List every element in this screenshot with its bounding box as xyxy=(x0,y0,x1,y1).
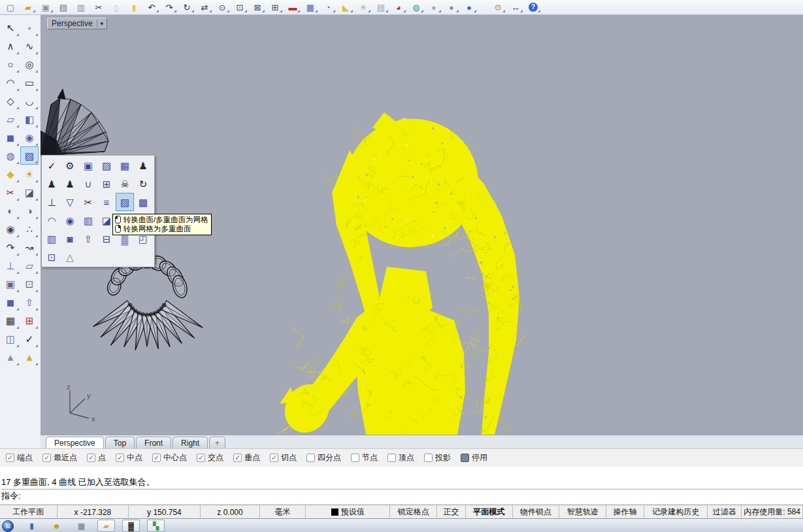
box-icon[interactable]: ◼ xyxy=(1,128,20,146)
checkbox-icon[interactable] xyxy=(387,454,396,462)
mesh-ribbon-icon[interactable]: ◠ xyxy=(42,211,61,229)
copy-object-icon[interactable]: ⊡ xyxy=(20,274,39,293)
rebuild-curve-icon[interactable]: ↝ xyxy=(20,238,39,256)
mesh-cubes-icon[interactable]: ⊡ xyxy=(42,248,61,266)
osnap-中心点[interactable]: ✓中心点 xyxy=(152,452,187,463)
help-icon[interactable]: ? xyxy=(525,1,541,13)
checkbox-icon[interactable]: ✓ xyxy=(270,454,278,462)
open-file-icon[interactable]: ▰ xyxy=(20,1,36,13)
mesh-trim-icon[interactable]: ✂ xyxy=(79,193,97,211)
app-calculator-taskbar-button[interactable]: ▦ xyxy=(73,520,90,532)
align-icon[interactable]: ▣ xyxy=(1,274,20,293)
rendered-sphere-icon[interactable]: ● xyxy=(444,1,459,13)
disable-box-icon[interactable] xyxy=(461,454,469,462)
mesh-tools-icon[interactable]: ▨ xyxy=(20,146,39,165)
cplane-icon[interactable]: ◣ xyxy=(338,1,353,13)
osnap-垂点[interactable]: ✓垂点 xyxy=(233,452,260,463)
render-preview-icon[interactable]: ▬ xyxy=(285,1,301,13)
status-15[interactable]: 内存使用量: 584 xyxy=(742,505,803,519)
status-7[interactable]: 锁定格点 xyxy=(390,505,437,519)
mesh-stack-icon[interactable]: ▥ xyxy=(42,229,61,248)
mesh-planes-icon[interactable]: ≡ xyxy=(97,193,116,211)
pan-view-icon[interactable]: ⇄ xyxy=(197,1,212,13)
scale-icon[interactable]: ▱ xyxy=(20,256,39,274)
mesh-drape-icon[interactable]: ▽ xyxy=(61,193,79,211)
status-1[interactable]: 工作平面 xyxy=(0,505,57,519)
surface-from-points-icon[interactable]: ▱ xyxy=(1,110,20,128)
mesh-split-icon[interactable]: ⇧ xyxy=(79,229,97,248)
osnap-投影[interactable]: 投影 xyxy=(424,452,451,463)
cut-icon[interactable]: ✂ xyxy=(91,1,107,13)
command-prompt[interactable]: 指令: xyxy=(1,490,803,503)
mesh-axes-icon[interactable]: ⊥ xyxy=(42,193,61,211)
protractor-icon[interactable]: ◔ xyxy=(320,1,336,13)
spheres-icon[interactable]: ◉ xyxy=(20,128,39,146)
block-insert-icon[interactable]: ⊞ xyxy=(20,311,39,329)
new-document-icon[interactable]: ▢ xyxy=(3,1,18,13)
explode-icon[interactable]: ☀ xyxy=(20,165,39,183)
point-balls-icon[interactable]: ◉ xyxy=(1,220,20,238)
rectangle-icon[interactable]: ▭ xyxy=(20,73,39,91)
checkbox-icon[interactable] xyxy=(424,454,433,462)
mesh-boxes-icon[interactable]: ▥ xyxy=(79,211,97,229)
pyramid-icon[interactable]: ▲ xyxy=(20,348,39,366)
app-qq-taskbar-button[interactable]: ☻ xyxy=(48,520,65,532)
person-tool-icon[interactable]: ♟ xyxy=(61,175,79,193)
osnap-中点[interactable]: ✓中点 xyxy=(116,452,142,463)
mesh-from-nurbs-icon[interactable]: ▨ xyxy=(116,193,134,211)
notes-icon[interactable]: ▤ xyxy=(373,1,389,13)
render-sphere-icon[interactable]: ◕ xyxy=(391,1,406,13)
app-explorer-taskbar-button[interactable]: ▰ xyxy=(97,520,115,532)
ellipse-icon[interactable]: ◎ xyxy=(20,55,39,73)
control-point-curve-icon[interactable]: ∿ xyxy=(20,37,39,55)
zoom-dynamic-icon[interactable]: ⊙ xyxy=(214,1,230,13)
blend-curve-icon[interactable]: ◡ xyxy=(20,91,39,110)
osnap-最近点[interactable]: ✓最近点 xyxy=(42,452,77,463)
point-cloud-icon[interactable]: ∴ xyxy=(20,220,39,238)
viewport-title-dropdown-icon[interactable]: ▼ xyxy=(99,21,105,27)
trim-icon[interactable]: ✂ xyxy=(1,183,20,201)
app-blue-taskbar-button[interactable]: ▮ xyxy=(23,520,41,532)
status-6[interactable]: 预设值 xyxy=(306,505,390,519)
curve-edit-icon[interactable]: ↷ xyxy=(1,238,20,256)
mesh-pour-icon[interactable]: ▨ xyxy=(97,156,116,175)
osnap-交点[interactable]: ✓交点 xyxy=(197,452,223,463)
tab-front[interactable]: Front xyxy=(136,437,171,449)
redo-icon[interactable]: ↷ xyxy=(161,1,177,13)
osnap-顶点[interactable]: 顶点 xyxy=(387,452,414,463)
status-12[interactable]: 操作轴 xyxy=(606,505,644,519)
checkbox-icon[interactable]: ✓ xyxy=(152,454,161,462)
osnap-四分点[interactable]: 四分点 xyxy=(306,452,341,463)
environment-sphere-icon[interactable]: ● xyxy=(461,1,477,13)
checkbox-icon[interactable]: ✓ xyxy=(87,454,95,462)
options-gear-icon[interactable]: ⚙ xyxy=(490,1,506,13)
checkbox-icon[interactable]: ✓ xyxy=(6,454,14,462)
add-viewport-tab[interactable]: + xyxy=(209,437,225,449)
mesh-hole-icon[interactable]: ◙ xyxy=(61,229,79,248)
zoom-extents-icon[interactable]: ⊠ xyxy=(250,1,265,13)
status-3[interactable]: y 150.754 xyxy=(129,505,201,519)
save-icon[interactable]: ▣ xyxy=(38,1,54,13)
puzzle-icon[interactable]: ◆ xyxy=(1,165,20,183)
boolean-difference-icon[interactable]: ◑ xyxy=(20,201,39,220)
boolean-shapes-icon[interactable]: ▲ xyxy=(1,348,20,366)
checkbox-icon[interactable] xyxy=(306,454,315,462)
palette-check-icon[interactable]: ✓ xyxy=(42,156,61,175)
paste-icon[interactable]: ▯ xyxy=(108,1,124,13)
undo-icon[interactable]: ↶ xyxy=(144,1,159,13)
shaded-sphere-icon[interactable]: ● xyxy=(426,1,442,13)
app-green-taskbar-button[interactable]: ▚ xyxy=(147,520,165,532)
mesh-patch-icon[interactable]: ▩ xyxy=(134,193,152,211)
print-icon[interactable]: ▤ xyxy=(56,1,71,13)
polygon-icon[interactable]: ◇ xyxy=(1,91,20,110)
status-9[interactable]: 平面模式 xyxy=(466,505,513,519)
spotlight-icon[interactable]: ☀ xyxy=(355,1,371,13)
checkbox-icon[interactable]: ✓ xyxy=(197,454,205,462)
polyline-icon[interactable]: ∧ xyxy=(1,37,20,55)
arc-icon[interactable]: ◠ xyxy=(1,73,20,91)
tab-perspective[interactable]: Perspective xyxy=(46,437,104,449)
viewport-layout-icon[interactable]: ⊞ xyxy=(267,1,283,13)
mesh-spheres-icon[interactable]: ◉ xyxy=(61,211,79,229)
bend-surface-icon[interactable]: ◧ xyxy=(20,110,39,128)
checkbox-icon[interactable]: ✓ xyxy=(233,454,242,462)
